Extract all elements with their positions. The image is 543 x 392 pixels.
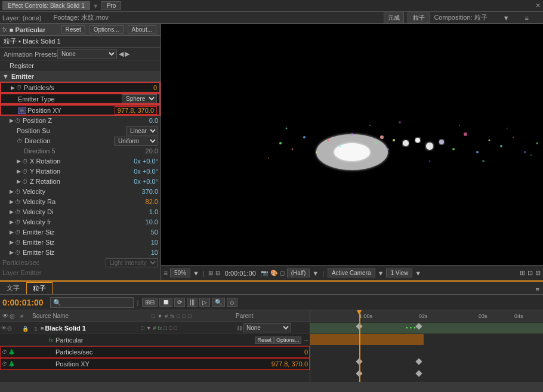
viewer-right-icon2[interactable]: ⊡ (527, 269, 533, 277)
emitter-type-select[interactable]: Sphere Box Point (122, 94, 157, 103)
viewer-menu-icon[interactable]: ≡ (163, 269, 168, 277)
z-rotation-stopwatch-icon[interactable]: ⏱ (22, 178, 28, 185)
velocity-twirl-icon[interactable]: ▶ (10, 189, 14, 195)
layer-switch6[interactable]: □ (174, 325, 177, 331)
velocity-fr-twirl-icon[interactable]: ▶ (10, 219, 14, 225)
tl-btn6[interactable]: 🔍 (212, 298, 225, 307)
layer-fx-switch[interactable]: fx (158, 325, 162, 331)
presets-prev-icon[interactable]: ◀ (119, 50, 124, 58)
tl-particles-value[interactable]: 0 (304, 348, 308, 356)
direction-select[interactable]: Uniform Directional (114, 137, 158, 146)
snapshot-icon[interactable]: 📷 (261, 270, 268, 276)
position-z-twirl-icon[interactable]: ▶ (10, 118, 14, 124)
layer-switch4[interactable]: □ (164, 325, 167, 331)
emitter-siz2-stopwatch-icon[interactable]: ⏱ (15, 239, 21, 246)
position-z-stopwatch-icon[interactable]: ⏱ (15, 118, 21, 124)
complete-button[interactable]: 元成 (384, 13, 404, 23)
presets-next-icon[interactable]: ▶ (125, 50, 129, 58)
view-dropdown-icon[interactable]: ▼ (415, 270, 421, 277)
position-z-value[interactable]: 0.0 (149, 117, 158, 124)
velocity-di-value[interactable]: 1.0 (149, 208, 158, 215)
velocity-ra-stopwatch-icon[interactable]: ⏱ (15, 199, 21, 205)
velocity-ra-twirl-icon[interactable]: ▶ (10, 199, 14, 205)
direction5-value[interactable]: 20.0 (146, 147, 158, 155)
tl-btn3[interactable]: ⟳ (174, 298, 185, 307)
emitter-siz3-value[interactable]: 10 (151, 249, 158, 256)
options-button[interactable]: Options... (90, 25, 124, 34)
camera-dropdown-icon[interactable]: ▼ (378, 270, 384, 277)
layer-switch3[interactable]: # (153, 325, 156, 331)
direction-stopwatch-icon[interactable]: ⏱ (17, 138, 23, 144)
layer-eye-icon[interactable]: 👁 (1, 325, 7, 331)
particles-light-select[interactable]: Light Intensity (106, 258, 158, 267)
keyframe-4[interactable] (415, 358, 422, 365)
x-rotation-twirl-icon[interactable]: ▶ (17, 158, 21, 164)
effect-controls-tab[interactable]: Effect Controls: Black Solid 1 (2, 1, 90, 10)
about-button[interactable]: About... (128, 25, 156, 34)
animation-presets-select[interactable]: None (57, 50, 117, 58)
z-rotation-twirl-icon[interactable]: ▶ (17, 178, 21, 184)
tl-particles-stopwatch-icon[interactable]: ⏱ (2, 349, 7, 355)
emitter-siz1-value[interactable]: 50 (151, 229, 158, 236)
emitter-siz3-stopwatch-icon[interactable]: ⏱ (15, 249, 21, 256)
menu-icon[interactable]: ≡ (525, 14, 529, 21)
zoom-dropdown-icon[interactable]: ▼ (193, 270, 199, 277)
velocity-stopwatch-icon[interactable]: ⏱ (15, 189, 21, 195)
particles-twirl-icon[interactable]: ▶ (11, 85, 15, 91)
emitter-section-header[interactable]: ▼ Emitter (0, 71, 161, 82)
comp-dropdown-icon[interactable]: ▼ (503, 14, 510, 21)
tl-btn4[interactable]: ||| (187, 298, 198, 307)
position-xy-value[interactable]: 977.8, 370.0 (115, 106, 157, 115)
comp-name-button[interactable]: 粒子 (408, 13, 430, 23)
z-rotation-value[interactable]: 0x +0.0° (134, 178, 158, 185)
timeline-menu-icon[interactable]: ≡ (532, 285, 543, 294)
viewer-right-icon1[interactable]: ⊞ (520, 269, 525, 277)
color-icon[interactable]: 🎨 (270, 270, 277, 276)
velocity-di-twirl-icon[interactable]: ▶ (10, 209, 14, 215)
velocity-value[interactable]: 370.0 (141, 188, 158, 195)
view-button[interactable]: 1 View (386, 268, 412, 277)
layer-solo-icon[interactable]: ◎ (7, 325, 12, 331)
velocity-fr-stopwatch-icon[interactable]: ⏱ (15, 219, 21, 226)
particular-reset-btn[interactable]: Reset (255, 337, 274, 344)
particles-per-sec-value[interactable]: 0 (153, 84, 157, 91)
tl-btn1[interactable]: ⊞⊟ (142, 298, 158, 307)
viewer-right-icon3[interactable]: ⊞ (535, 269, 541, 277)
camera-button[interactable]: Active Camera (328, 268, 375, 277)
quality-dropdown-icon[interactable]: ▼ (312, 270, 319, 277)
tl-position-tree-icon[interactable]: 🌲 (8, 361, 15, 367)
tl-position-value[interactable]: 977.8, 370.0 (272, 360, 308, 368)
y-rotation-stopwatch-icon[interactable]: ⏱ (22, 168, 28, 175)
layer-switch5[interactable]: □ (169, 325, 172, 331)
tl-particles-tree-icon[interactable]: 🌲 (8, 349, 15, 355)
region-icon[interactable]: ⊟ (215, 270, 220, 276)
timeline-search-input[interactable] (50, 297, 134, 308)
position-su-select[interactable]: Linear (126, 126, 158, 135)
emitter-siz1-stopwatch-icon[interactable]: ⏱ (15, 229, 21, 236)
position-xy-crosshair-icon[interactable]: ⊕ (18, 107, 26, 114)
emitter-siz2-twirl-icon[interactable]: ▶ (10, 239, 14, 245)
reset-button[interactable]: Reset (61, 25, 85, 34)
pro-tab[interactable]: Pro (101, 1, 122, 10)
tl-btn5[interactable]: ▷ (199, 298, 210, 307)
emitter-siz1-twirl-icon[interactable]: ▶ (10, 229, 14, 235)
quality-button[interactable]: (Half) (287, 268, 310, 277)
parent-select[interactable]: None (243, 323, 291, 332)
layer-lock-icon[interactable]: 🔒 (22, 326, 29, 332)
tab-comp[interactable]: 粒子 (26, 282, 53, 294)
zoom-button[interactable]: 50% (170, 268, 190, 277)
fit-icon[interactable]: ⊞ (208, 270, 213, 276)
x-rotation-stopwatch-icon[interactable]: ⏱ (22, 158, 28, 165)
layer-switch1[interactable]: □ (141, 325, 144, 331)
y-rotation-twirl-icon[interactable]: ▶ (17, 168, 21, 174)
velocity-fr-value[interactable]: 10.0 (146, 218, 158, 226)
close-icon[interactable]: ✕ (535, 2, 541, 10)
tl-position-stopwatch-icon[interactable]: ⏱ (2, 361, 7, 367)
layer-switch2[interactable]: ▼ (146, 325, 152, 331)
tl-btn7[interactable]: ◇ (227, 298, 237, 307)
particles-stopwatch-icon[interactable]: ⏱ (16, 84, 22, 91)
velocity-di-stopwatch-icon[interactable]: ⏱ (15, 209, 21, 215)
velocity-ra-value[interactable]: 82.0 (146, 198, 158, 205)
tl-btn2[interactable]: 🔲 (159, 298, 172, 307)
x-rotation-value[interactable]: 0x +0.0° (134, 158, 158, 165)
